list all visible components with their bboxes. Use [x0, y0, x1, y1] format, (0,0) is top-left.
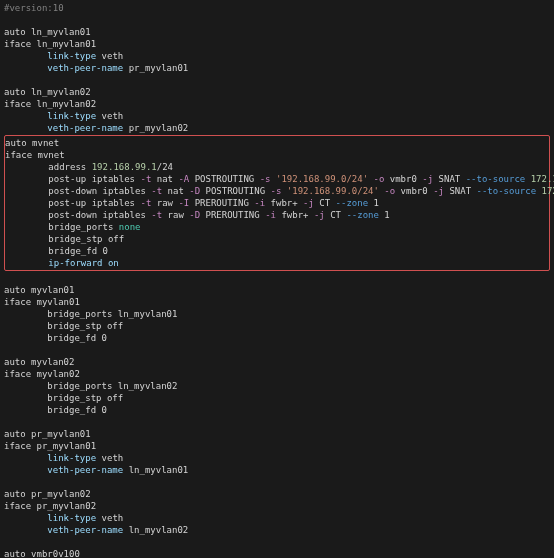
auto-line: auto pr_myvlan02 [4, 489, 91, 499]
post-up-line: post-up iptables [5, 198, 140, 208]
iface-line: iface ln_myvlan01 [4, 39, 96, 49]
ip-address: 192.168.99.1 [92, 162, 157, 172]
auto-line: auto myvlan02 [4, 357, 74, 367]
veth-peer-kw: veth-peer-name [4, 63, 123, 73]
iface-line: iface pr_myvlan01 [4, 441, 96, 451]
post-down-line: post-down iptables [5, 210, 151, 220]
link-type-kw: link-type [4, 51, 96, 61]
iface-line: iface ln_myvlan02 [4, 99, 96, 109]
auto-line: auto ln_myvlan02 [4, 87, 91, 97]
auto-line: auto myvlan01 [4, 285, 74, 295]
auto-line: auto ln_myvlan01 [4, 27, 91, 37]
iface-line: iface myvlan02 [4, 369, 80, 379]
auto-line: auto vmbr0v100 [4, 549, 80, 558]
auto-line: auto mvnet [5, 138, 59, 148]
post-down-line: post-down iptables [5, 186, 151, 196]
iface-line: iface myvlan01 [4, 297, 80, 307]
iface-line: iface mvnet [5, 150, 65, 160]
version-comment: #version:10 [4, 3, 64, 13]
post-up-line: post-up iptables [5, 174, 140, 184]
config-file: #version:10 auto ln_myvlan01 iface ln_my… [0, 0, 554, 558]
iface-line: iface pr_myvlan02 [4, 501, 96, 511]
auto-line: auto pr_myvlan01 [4, 429, 91, 439]
highlight-mvnet: auto mvnet iface mvnet address 192.168.9… [4, 135, 550, 271]
